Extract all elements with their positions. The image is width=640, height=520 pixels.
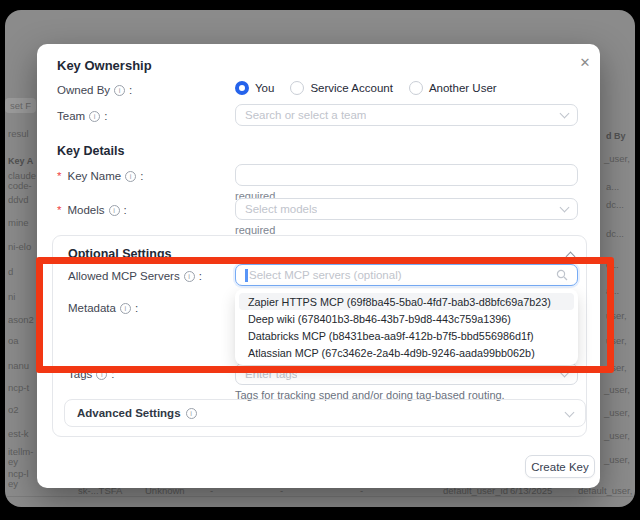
bg-fragment: _user, [604,430,630,441]
tags-select[interactable]: Enter tags [235,363,578,385]
bg-fragment: ason2 [8,314,34,325]
bg-fragment: c... [606,259,619,270]
info-icon [89,111,100,122]
team-label-text: Team [57,110,85,122]
owned-by-radio-group: You Service Account Another User [235,81,497,95]
info-icon [125,171,136,182]
close-icon[interactable]: ✕ [575,52,595,72]
owned-by-label-text: Owned By [57,84,110,96]
tags-label-text: Tags [68,368,92,380]
bg-fragment: ey [8,456,18,467]
info-icon [96,369,107,380]
tags-placeholder: Enter tags [245,368,297,380]
info-icon [186,408,197,419]
bg-fragment: oa [8,335,19,346]
bg-fragment: ncp-t [8,382,29,393]
radio-unselected-icon[interactable] [409,81,423,95]
owned-by-label: Owned By : [57,84,132,96]
radio-another-user[interactable]: Another User [409,81,497,95]
team-select[interactable]: Search or select a team [235,104,578,126]
bg-divider [5,496,635,497]
bg-fragment: ni-elo [8,241,31,252]
bg-fragment: _user, [604,454,630,465]
chevron-down-icon [560,109,570,119]
models-label-text: Models [67,204,104,216]
advanced-settings-toggle[interactable]: Advanced Settings [64,399,586,427]
models-select-placeholder: Select models [245,203,317,215]
team-select-placeholder: Search or select a team [245,109,366,121]
optional-settings-heading[interactable]: Optional Settings [68,247,171,261]
radio-service-account[interactable]: Service Account [290,81,392,95]
advanced-settings-label: Advanced Settings [77,407,181,419]
info-icon [114,85,125,96]
team-label: Team : [57,110,107,122]
bg-fragment: nanu [8,360,29,371]
bg-column-header-fragment: Key A [8,156,33,166]
bg-fragment: set F [10,100,31,111]
colon: : [104,110,107,122]
tags-label: Tags : [68,368,115,380]
chevron-down-icon [560,368,570,378]
screenshot-stage: set F resul Key A claude code- ddvd mine… [0,0,640,520]
bg-fragment: d [8,266,13,277]
bg-fragment: mine [8,217,29,228]
bg-fragment: est-k [8,428,29,439]
colon: : [129,84,132,96]
radio-you-label: You [255,82,274,94]
bg-fragment: ddvd [8,194,29,205]
key-name-label-text: Key Name [67,170,121,182]
required-marker: * [57,204,61,216]
colon: : [199,270,202,282]
info-icon [184,271,195,282]
bg-fragment: a... [606,181,619,192]
create-key-modal: Key Ownership ✕ Owned By : You Service A… [37,44,600,488]
bg-fragment: user, [606,335,627,346]
mcp-server-dropdown: Zapier HTTPS MCP (69f8ba45-5ba0-4fd7-bab… [235,289,578,365]
bg-fragment: dc... [606,199,624,210]
modal-title: Key Ownership [57,58,152,73]
create-key-button[interactable]: Create Key [525,455,595,478]
bg-fragment: _user, [604,384,630,395]
dropdown-option-databricks[interactable]: Databricks MCP (b8431bea-aa9f-412b-b7f5-… [239,327,574,344]
bg-fragment: resul [8,128,29,139]
bg-fragment: ni [8,291,15,302]
radio-selected-icon[interactable] [235,81,249,95]
dropdown-option-deep-wiki[interactable]: Deep wiki (678401b3-8b46-43b7-b9d8-443c7… [239,310,574,327]
models-select[interactable]: Select models [235,198,578,220]
bg-column-header-fragment: d By [606,131,626,141]
required-marker: * [57,170,61,182]
bg-fragment: user, [606,362,627,373]
metadata-label: Metadata : [68,302,138,314]
colon: : [124,204,127,216]
allowed-mcp-placeholder: Select MCP servers (optional) [249,269,402,281]
bg-fragment: dc... [606,228,624,239]
dropdown-option-zapier[interactable]: Zapier HTTPS MCP (69f8ba45-5ba0-4fd7-bab… [239,293,574,310]
bg-fragment: code- [8,180,32,191]
chevron-down-icon [565,407,575,417]
key-name-input[interactable] [235,164,578,186]
colon: : [135,302,138,314]
key-name-label: * Key Name : [57,170,143,182]
chevron-down-icon [560,203,570,213]
bg-reset-filters-fragment: set F [5,98,36,113]
allowed-mcp-label-text: Allowed MCP Servers [68,270,180,282]
allowed-mcp-input[interactable]: Select MCP servers (optional) [235,264,578,286]
search-icon [556,269,568,281]
models-label: * Models : [57,204,127,216]
bg-fragment: user, [606,310,627,321]
radio-service-account-label: Service Account [310,82,392,94]
info-icon [109,205,120,216]
colon: : [111,368,114,380]
bg-fragment: _user, [604,153,630,164]
radio-you[interactable]: You [235,81,274,95]
metadata-label-text: Metadata [68,302,116,314]
bg-fragment: a... [606,285,619,296]
radio-unselected-icon[interactable] [290,81,304,95]
dropdown-option-atlassian[interactable]: Atlassian MCP (67c3462e-2a4b-4d9b-9246-a… [239,344,574,361]
bg-fragment: _user, [604,407,630,418]
info-icon [120,303,131,314]
key-details-heading: Key Details [57,144,124,158]
text-caret [245,269,248,282]
colon: : [140,170,143,182]
radio-another-user-label: Another User [429,82,497,94]
